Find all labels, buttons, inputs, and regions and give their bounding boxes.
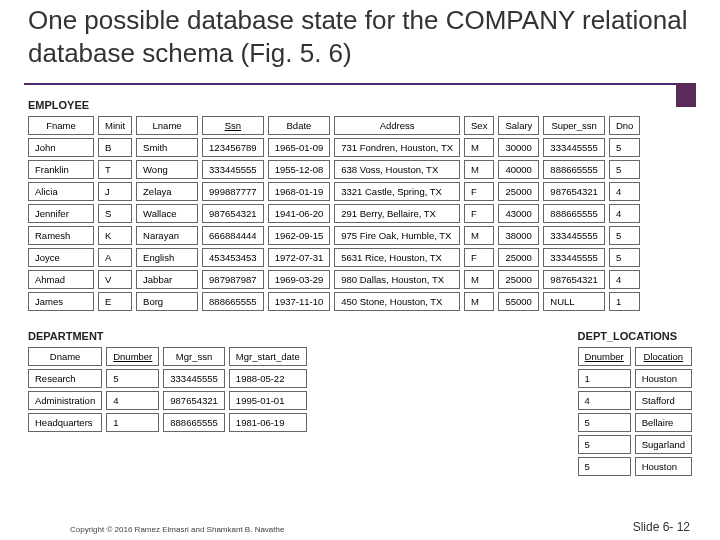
cell: T — [98, 160, 132, 179]
cell: 5 — [609, 226, 640, 245]
department-row: Administration49876543211995-01-01 — [28, 391, 307, 410]
cell: 1937-11-10 — [268, 292, 331, 311]
cell: 123456789 — [202, 138, 264, 157]
cell: K — [98, 226, 132, 245]
cell: Alicia — [28, 182, 94, 201]
col-header: Fname — [28, 116, 94, 135]
cell: 1 — [609, 292, 640, 311]
cell: Borg — [136, 292, 198, 311]
dept-locations-label: DEPT_LOCATIONS — [578, 330, 696, 342]
cell: 1981-06-19 — [229, 413, 307, 432]
col-header: Dname — [28, 347, 102, 366]
copyright-text: Copyright © 2016 Ramez Elmasri and Shamk… — [70, 525, 284, 534]
cell: S — [98, 204, 132, 223]
cell: 1 — [578, 369, 631, 388]
location-row: 5Bellaire — [578, 413, 692, 432]
cell: 333445555 — [543, 248, 605, 267]
cell: 1995-01-01 — [229, 391, 307, 410]
location-row: 4Stafford — [578, 391, 692, 410]
employee-row: JenniferSWallace9876543211941-06-20291 B… — [28, 204, 640, 223]
col-header: Dno — [609, 116, 640, 135]
cell: Smith — [136, 138, 198, 157]
col-header: Salary — [498, 116, 539, 135]
cell: 450 Stone, Houston, TX — [334, 292, 460, 311]
col-header: Dlocation — [635, 347, 692, 366]
cell: 5 — [578, 413, 631, 432]
cell: 987654321 — [202, 204, 264, 223]
col-header: Dnumber — [106, 347, 159, 366]
department-label: DEPARTMENT — [28, 330, 311, 342]
col-header: Dnumber — [578, 347, 631, 366]
cell: 1962-09-15 — [268, 226, 331, 245]
department-table: DnameDnumberMgr_ssnMgr_start_date Resear… — [24, 344, 311, 435]
employee-row: JoyceAEnglish4534534531972-07-315631 Ric… — [28, 248, 640, 267]
cell: F — [464, 182, 494, 201]
cell: 5 — [609, 138, 640, 157]
cell: Bellaire — [635, 413, 692, 432]
cell: 1968-01-19 — [268, 182, 331, 201]
cell: Joyce — [28, 248, 94, 267]
cell: 333445555 — [543, 226, 605, 245]
cell: F — [464, 204, 494, 223]
cell: 888665555 — [543, 160, 605, 179]
employee-row: AhmadVJabbar9879879871969-03-29980 Dalla… — [28, 270, 640, 289]
col-header: Lname — [136, 116, 198, 135]
dept-locations-block: DEPT_LOCATIONS DnumberDlocation 1Houston… — [574, 326, 696, 479]
cell: 25000 — [498, 182, 539, 201]
cell: 25000 — [498, 248, 539, 267]
cell: 5 — [578, 457, 631, 476]
cell: 5631 Rice, Houston, TX — [334, 248, 460, 267]
cell: Narayan — [136, 226, 198, 245]
cell: Administration — [28, 391, 102, 410]
cell: John — [28, 138, 94, 157]
cell: 25000 — [498, 270, 539, 289]
employee-row: JohnBSmith1234567891965-01-09731 Fondren… — [28, 138, 640, 157]
cell: B — [98, 138, 132, 157]
cell: 731 Fondren, Houston, TX — [334, 138, 460, 157]
cell: Research — [28, 369, 102, 388]
department-row: Research53334455551988-05-22 — [28, 369, 307, 388]
cell: Houston — [635, 369, 692, 388]
cell: Ramesh — [28, 226, 94, 245]
cell: 987654321 — [543, 270, 605, 289]
cell: Franklin — [28, 160, 94, 179]
cell: 1 — [106, 413, 159, 432]
cell: M — [464, 160, 494, 179]
cell: Zelaya — [136, 182, 198, 201]
cell: Wallace — [136, 204, 198, 223]
cell: 4 — [609, 270, 640, 289]
cell: Stafford — [635, 391, 692, 410]
col-header: Ssn — [202, 116, 264, 135]
cell: M — [464, 270, 494, 289]
cell: Ahmad — [28, 270, 94, 289]
cell: 4 — [106, 391, 159, 410]
employee-table: FnameMinitLnameSsnBdateAddressSexSalaryS… — [24, 113, 644, 314]
col-header: Minit — [98, 116, 132, 135]
col-header: Bdate — [268, 116, 331, 135]
cell: F — [464, 248, 494, 267]
cell: 1972-07-31 — [268, 248, 331, 267]
cell: 638 Voss, Houston, TX — [334, 160, 460, 179]
cell: English — [136, 248, 198, 267]
cell: 980 Dallas, Houston, TX — [334, 270, 460, 289]
cell: 1941-06-20 — [268, 204, 331, 223]
cell: M — [464, 292, 494, 311]
cell: 975 Fire Oak, Humble, TX — [334, 226, 460, 245]
cell: 55000 — [498, 292, 539, 311]
cell: 43000 — [498, 204, 539, 223]
cell: Jabbar — [136, 270, 198, 289]
cell: 40000 — [498, 160, 539, 179]
cell: 5 — [578, 435, 631, 454]
cell: Wong — [136, 160, 198, 179]
dept-locations-table: DnumberDlocation 1Houston4Stafford5Bella… — [574, 344, 696, 479]
cell: M — [464, 226, 494, 245]
cell: 5 — [106, 369, 159, 388]
col-header: Mgr_start_date — [229, 347, 307, 366]
cell: 453453453 — [202, 248, 264, 267]
col-header: Sex — [464, 116, 494, 135]
employee-label: EMPLOYEE — [28, 99, 696, 111]
cell: 1965-01-09 — [268, 138, 331, 157]
cell: M — [464, 138, 494, 157]
col-header: Super_ssn — [543, 116, 605, 135]
accent-bar — [676, 83, 696, 107]
